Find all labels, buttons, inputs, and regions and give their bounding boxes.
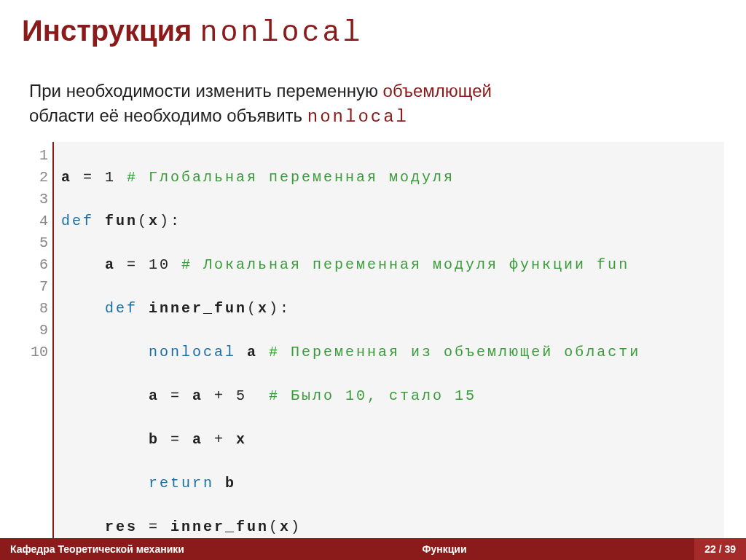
code-listing: 1 2 3 4 5 6 7 8 9 10 a = 1 # Глобальная … [22, 142, 724, 560]
description: При необходимости изменить переменную об… [29, 79, 724, 129]
footer-left: Кафедра Теоретической механики [0, 543, 195, 555]
title-word: Инструкция [22, 15, 192, 47]
footer-page: 22 / 39 [694, 538, 746, 560]
line-gutter: 1 2 3 4 5 6 7 8 9 10 [22, 142, 52, 560]
slide-title: Инструкция nonlocal [22, 15, 724, 50]
footer-bar: Кафедра Теоретической механики Функции 2… [0, 538, 746, 560]
footer-center: Функции [195, 543, 694, 555]
code-body: a = 1 # Глобальная переменная модуля def… [52, 142, 724, 560]
title-mono: nonlocal [200, 17, 364, 50]
